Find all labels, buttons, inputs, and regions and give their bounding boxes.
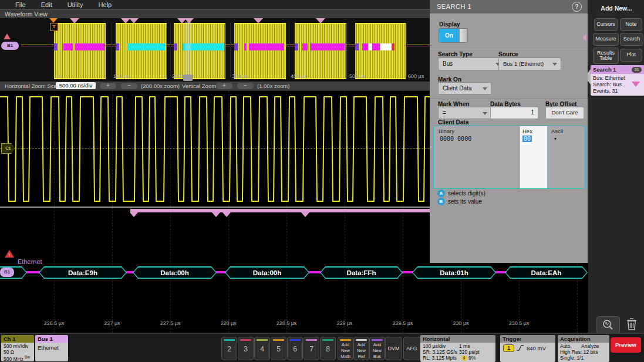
chevron-down-icon [483,112,487,115]
add-new-color-stripe [372,339,383,341]
v-zoom-minus-button[interactable]: − [237,83,254,89]
add-new-cursors-button[interactable]: Cursors [594,18,618,31]
source-dropdown[interactable]: Bus 1 (Ethernet) [498,57,561,70]
byte-offset-button[interactable]: Don't Care [545,107,584,119]
bus-warning-bang: ! [9,253,10,257]
bus-packet-label: Data:FFh [321,268,402,278]
overview-axis-label: 400 µs [291,73,306,79]
search-type-value: Bus [443,60,453,67]
channel-color-stripe [273,339,284,341]
hex-column[interactable]: Hex 00 [520,126,548,188]
data-bytes-input[interactable]: 1 [490,107,538,119]
add-new-note-button[interactable]: Note [620,18,642,31]
menu-item-utility[interactable]: Utility [68,1,83,8]
bus-packet-label: Data:00h [226,268,309,278]
horizontal-zoom-scale-input[interactable]: 500.00 ns/div [56,82,96,89]
add-new-search-button[interactable]: Search [620,33,643,46]
add-new-bus-button[interactable]: AddNewBus [369,337,385,360]
add-new-measure-button[interactable]: Measure [593,33,619,46]
h-zoom-minus-button[interactable]: − [121,83,137,89]
channel-color-stripe [322,339,333,341]
search-1-badge[interactable]: Search 1 31 Bus: EthernetSearch: BusEven… [591,65,644,96]
channel-color-stripe [306,339,317,341]
trigger-marker[interactable]: T [50,23,58,31]
channel-number: 8 [321,345,335,353]
search-panel-titlebar[interactable]: SEARCH 1 ? [430,0,588,13]
tab-waveform-view[interactable]: Waveform View [5,11,48,18]
menu-bar: FileEditUtilityHelp [0,0,430,9]
add-new-color-stripe [356,339,367,341]
trigger-position-icon[interactable] [49,18,58,23]
menu-item-file[interactable]: File [15,1,26,8]
bus1-settings-badge[interactable]: Bus 1 Ethernet [35,335,68,361]
afg-button[interactable]: AFG [403,337,420,360]
trigger-level: 840 mV [527,345,546,351]
trigger-source-badge: 1 [503,344,514,352]
binary-value[interactable]: 0000 0000 [440,136,471,142]
channel-button-2[interactable]: 2 [221,337,237,360]
channel-number: 4 [255,345,269,353]
zoom-window-handle[interactable] [183,75,193,81]
search-panel-title: SEARCH 1 [437,3,471,10]
channel-button-4[interactable]: 4 [254,337,270,360]
acquisition-settings-badge[interactable]: Acquisition Analyze Auto,High Res: 12 bi… [558,335,609,362]
preview-button[interactable]: Preview [611,337,641,353]
overview-axis-label: 300 µs [232,73,248,79]
bus-decode-segment [372,43,380,50]
v-zoom-plus-button[interactable]: + [216,83,232,89]
channel-color-stripe [240,339,251,341]
search-mark-icon [301,212,309,217]
h-zoom-plus-button[interactable]: + [100,83,116,89]
bus-packet: Data:00h [225,266,309,279]
add-new-label: Add New... [588,5,644,12]
knob-b-icon: B [437,198,445,205]
mark-on-dropdown[interactable]: Client Data [438,82,491,94]
settings-bar: Ch 1 500 mV/div50 Ω500 MHzBw Bus 1 Ether… [0,333,644,362]
bus-handle[interactable]: B1 [0,268,14,277]
overview-axis-label: 500 µs [349,73,365,79]
channel-button-7[interactable]: 7 [304,337,319,360]
add-new-ref-button[interactable]: AddNewRef [353,337,369,360]
help-icon[interactable]: ? [572,2,582,12]
zoom-tool-button[interactable] [596,316,620,333]
overview-bus-handle[interactable]: B1 [1,42,19,50]
horizontal-settings-badge[interactable]: Horizontal 100 µs/div 1 ms SR: 3.125 GS/… [420,335,495,362]
channel-color-stripe [224,339,235,341]
channel-number: 2 [222,345,237,353]
bus-packet-label: Data:01h [413,268,495,278]
search-type-label: Search Type [438,51,473,57]
bus-axis-label: 228.5 µs [269,320,304,326]
bus-decode-segment [249,43,284,50]
channel-button-6[interactable]: 6 [287,337,303,360]
menu-item-edit[interactable]: Edit [41,1,52,8]
channel-button-8[interactable]: 8 [320,337,336,360]
bus-decode-segment [311,43,345,50]
ch1-settings-badge[interactable]: Ch 1 500 mV/div50 Ω500 MHzBw [1,335,34,361]
zoom-window-indicator[interactable] [185,22,191,78]
channel-button-5[interactable]: 5 [271,337,286,360]
client-data-editor[interactable]: Hex 00 Binary 0000 0000 Ascii • [433,126,585,189]
channel-number: 6 [288,345,302,353]
knob-b-hint: sets its value [448,198,482,205]
panel-collapse-arrow-icon[interactable] [582,34,586,41]
acquisition-setting-line: Auto, [560,343,572,349]
add-new-math-button[interactable]: AddNewMath [338,337,353,360]
delete-search-button[interactable] [626,317,638,333]
channel-color-stripe [257,339,268,341]
display-toggle[interactable]: On [439,28,468,43]
channel-button-3[interactable]: 3 [238,337,254,360]
dvm-button[interactable]: DVM [385,337,402,360]
mark-when-dropdown[interactable]: = [438,107,491,119]
add-new-plot-button[interactable]: Plot [620,49,642,62]
search-type-dropdown[interactable]: Bus [438,57,504,70]
trigger-settings-badge[interactable]: Trigger 1 840 mV [500,335,555,362]
zoomed-gridline [112,91,113,207]
add-new-results-table-button[interactable]: Results Table [593,48,619,64]
h-zoom-factor: (200.00x zoom) [141,83,180,89]
ch1-badge-title: Ch 1 [1,335,34,343]
menu-item-help[interactable]: Help [99,1,112,8]
ascii-value[interactable]: • [554,136,557,142]
search-1-title: Search 1 [593,66,616,73]
hex-value-selected[interactable]: 00 [522,136,532,142]
ch1-setting-line: 500 mV/div [4,343,29,349]
